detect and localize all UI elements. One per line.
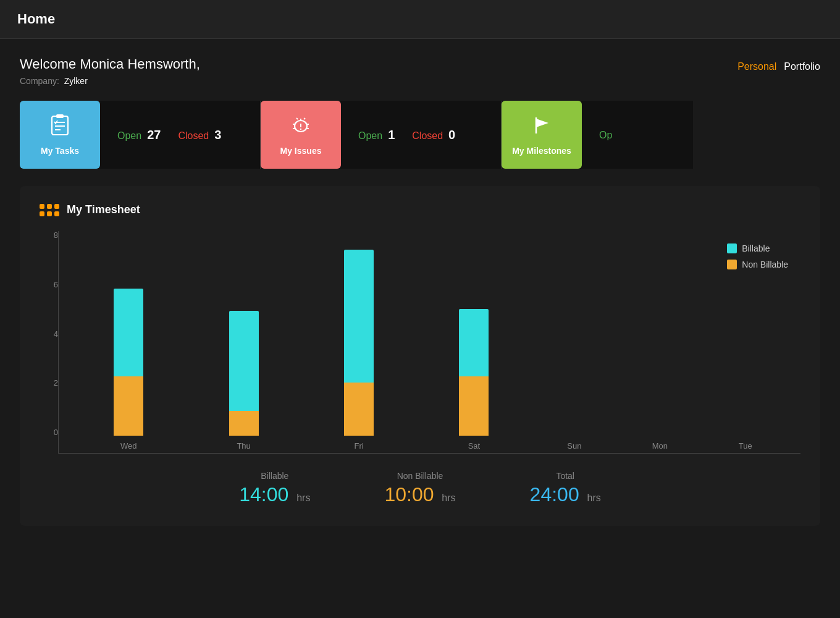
y-label-6: 6 — [40, 281, 58, 289]
bar-group-wed: Wed — [114, 289, 143, 436]
legend-billable: Billable — [727, 243, 788, 253]
milestones-icon — [530, 114, 553, 142]
chart-area: WedThuFriSatSunMonTue Billable Non Billa… — [58, 231, 800, 454]
bar-label-sat: Sat — [468, 441, 481, 451]
tasks-icon-block: My Tasks — [20, 101, 100, 169]
nonbillable-total: Non Billable 10:00 hrs — [384, 471, 455, 506]
timesheet-header: My Timesheet — [40, 203, 800, 216]
totals-row: Billable 14:00 hrs Non Billable 10:00 hr… — [40, 471, 800, 506]
tasks-closed-row: Closed 3 — [178, 128, 221, 142]
company-label: Company: — [20, 76, 59, 86]
issues-open-value: 1 — [388, 128, 395, 142]
tasks-open-stat: Open 27 — [117, 128, 161, 142]
y-label-8: 8 — [40, 231, 58, 239]
chart-y-axis: 0 2 4 6 8 — [40, 231, 58, 454]
issues-open-row: Open 1 — [358, 128, 395, 142]
timesheet-dots-icon — [40, 204, 59, 216]
svg-point-14 — [300, 129, 301, 130]
nonbillable-color-swatch — [727, 260, 737, 269]
header-title: Home — [17, 11, 55, 27]
issues-icon — [289, 114, 313, 142]
svg-line-7 — [296, 118, 298, 119]
grand-total-value: 24:00 hrs — [530, 483, 601, 506]
billable-total-value: 14:00 hrs — [239, 483, 310, 506]
tasks-closed-label: Closed — [178, 130, 209, 141]
nonbillable-legend-label: Non Billable — [742, 260, 788, 269]
issues-open-stat: Open 1 — [358, 128, 395, 142]
company-row: Company: Zylker — [20, 76, 200, 86]
nonbillable-total-value: 10:00 hrs — [384, 483, 455, 506]
bar-label-thu: Thu — [237, 441, 250, 451]
tasks-label: My Tasks — [41, 146, 79, 156]
grand-total: Total 24:00 hrs — [530, 471, 601, 506]
issues-closed-stat: Closed 0 — [412, 128, 455, 142]
welcome-row: Welcome Monica Hemsworth, Company: Zylke… — [20, 56, 820, 86]
milestones-open-row: Op — [599, 129, 612, 142]
welcome-greeting: Welcome Monica Hemsworth, — [20, 56, 200, 72]
milestones-card[interactable]: My Milestones Op — [502, 101, 693, 169]
bar-group-sat: Sat — [459, 309, 489, 436]
svg-rect-1 — [56, 114, 64, 118]
nonbillable-bar-wed — [114, 376, 143, 436]
billable-total: Billable 14:00 hrs — [239, 471, 310, 506]
tasks-open-row: Open 27 — [117, 128, 161, 142]
personal-view-button[interactable]: Personal — [737, 61, 776, 72]
tasks-open-value: 27 — [147, 128, 161, 142]
nonbillable-bar-fri — [344, 383, 374, 436]
grand-total-label: Total — [556, 471, 574, 481]
timesheet-section: My Timesheet 0 2 4 6 8 WedThuFriSatSunMo… — [20, 186, 820, 526]
header: Home — [0, 0, 840, 39]
svg-line-8 — [304, 118, 305, 119]
tasks-open-label: Open — [117, 130, 141, 141]
issues-card[interactable]: My Issues Open 1 Closed 0 — [261, 101, 502, 169]
milestones-icon-block: My Milestones — [502, 101, 582, 169]
billable-bar-sat — [459, 309, 489, 376]
main-content: Welcome Monica Hemsworth, Company: Zylke… — [0, 39, 840, 543]
nonbillable-bar-thu — [229, 411, 259, 436]
billable-bar-thu — [229, 311, 259, 411]
nonbillable-bar-sat — [459, 376, 489, 436]
bar-label-tue: Tue — [739, 441, 752, 451]
legend-nonbillable: Non Billable — [727, 260, 788, 269]
portfolio-view-button[interactable]: Portfolio — [784, 61, 820, 72]
y-label-0: 0 — [40, 428, 58, 436]
milestones-label: My Milestones — [512, 146, 571, 156]
issues-closed-row: Closed 0 — [412, 128, 455, 142]
svg-marker-16 — [536, 119, 548, 127]
billable-total-label: Billable — [261, 471, 288, 481]
milestones-open-label: Op — [599, 130, 612, 140]
tasks-closed-value: 3 — [214, 128, 221, 142]
nonbillable-total-label: Non Billable — [397, 471, 443, 481]
issues-stats: Open 1 Closed 0 — [341, 101, 502, 169]
chart-bars: WedThuFriSatSunMonTue — [59, 231, 800, 436]
issues-closed-value: 0 — [448, 128, 455, 142]
tasks-closed-stat: Closed 3 — [178, 128, 221, 142]
billable-bar-fri — [344, 250, 374, 383]
company-name: Zylker — [64, 76, 88, 86]
view-toggle: Personal Portfolio — [737, 61, 820, 72]
issues-closed-label: Closed — [412, 130, 443, 141]
chart-container: 0 2 4 6 8 WedThuFriSatSunMonTue Billable — [40, 231, 800, 454]
y-label-4: 4 — [40, 330, 58, 338]
issues-icon-block: My Issues — [261, 101, 341, 169]
bar-label-wed: Wed — [120, 441, 137, 451]
bar-label-mon: Mon — [652, 441, 668, 451]
issues-open-label: Open — [358, 130, 382, 141]
issues-label: My Issues — [280, 146, 322, 156]
billable-legend-label: Billable — [742, 243, 770, 253]
tasks-card[interactable]: My Tasks Open 27 Closed 3 — [20, 101, 261, 169]
billable-bar-wed — [114, 289, 143, 376]
tasks-icon — [48, 114, 72, 142]
bar-label-fri: Fri — [354, 441, 363, 451]
timesheet-title: My Timesheet — [67, 203, 140, 216]
chart-legend: Billable Non Billable — [727, 243, 788, 269]
y-label-2: 2 — [40, 379, 58, 387]
bar-group-fri: Fri — [344, 250, 374, 436]
billable-color-swatch — [727, 243, 737, 253]
milestones-stats: Op — [582, 101, 693, 169]
cards-row: My Tasks Open 27 Closed 3 — [20, 101, 820, 169]
welcome-left: Welcome Monica Hemsworth, Company: Zylke… — [20, 56, 200, 86]
tasks-stats: Open 27 Closed 3 — [100, 101, 261, 169]
bar-group-thu: Thu — [229, 311, 259, 436]
bar-label-sun: Sun — [567, 441, 581, 451]
